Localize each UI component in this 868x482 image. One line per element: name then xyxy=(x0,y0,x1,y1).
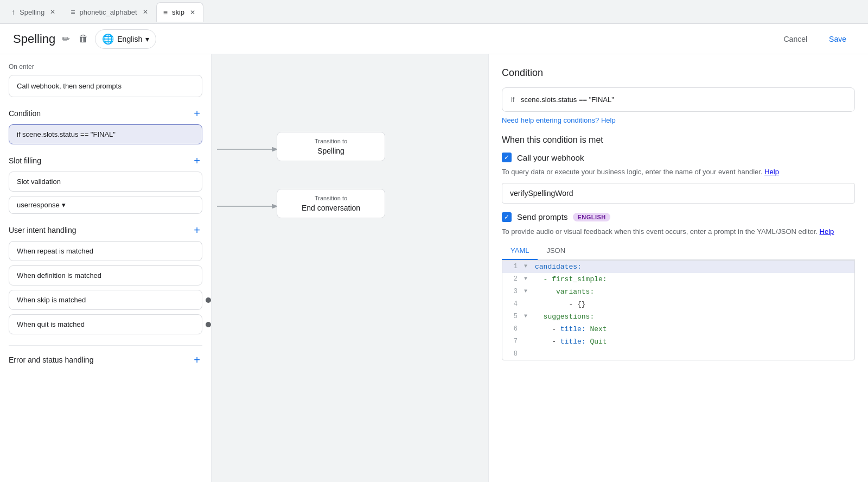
line-arrow-6 xyxy=(524,324,533,326)
line-arrow-2[interactable]: ▼ xyxy=(524,274,533,282)
right-panel: Condition if scene.slots.status == "FINA… xyxy=(488,54,868,482)
line-num-3: 3 xyxy=(502,287,524,295)
json-tab-button[interactable]: JSON xyxy=(538,242,574,260)
arrows-svg xyxy=(212,54,488,482)
code-line-2: 2 ▼ - first_simple: xyxy=(502,273,854,286)
language-selector[interactable]: 🌐 English ▾ xyxy=(95,29,156,49)
line-num-6: 6 xyxy=(502,324,524,333)
intent-definition-label: When definition is matched xyxy=(17,271,101,280)
code-editor: 1 ▼ candidates: 2 ▼ - first_simple: 3 ▼ … xyxy=(502,260,855,360)
condition-section-header: Condition + xyxy=(9,108,202,119)
add-condition-button[interactable]: + xyxy=(192,108,202,119)
tab-spelling[interactable]: ↑ Spelling ✕ xyxy=(4,2,63,22)
add-intent-button[interactable]: + xyxy=(192,225,202,236)
condition-section: Condition + if scene.slots.status == "FI… xyxy=(9,108,202,144)
line-num-1: 1 xyxy=(502,262,524,270)
skip-tab-close[interactable]: ✕ xyxy=(189,8,196,17)
yaml-tab-button[interactable]: YAML xyxy=(502,242,538,260)
code-content-4: - {} xyxy=(533,299,854,309)
code-line-1: 1 ▼ candidates: xyxy=(502,261,854,273)
slot-param-label: userresponse xyxy=(17,201,60,209)
phonetic-tab-icon: ≡ xyxy=(71,8,75,16)
code-content-6: - title: Next xyxy=(533,324,854,334)
condition-help-link[interactable]: Need help entering conditions? Help xyxy=(502,116,855,124)
line-arrow-3[interactable]: ▼ xyxy=(524,287,533,294)
line-arrow-1[interactable]: ▼ xyxy=(524,262,533,269)
line-num-8: 8 xyxy=(502,349,524,358)
line-num-5: 5 xyxy=(502,312,524,320)
help-anchor[interactable]: Help xyxy=(601,116,616,124)
code-content-7: - title: Quit xyxy=(533,337,854,347)
on-enter-card[interactable]: Call webhook, then send prompts xyxy=(9,75,202,97)
spelling-tab-close[interactable]: ✕ xyxy=(49,7,56,17)
intent-skip[interactable]: When skip is matched xyxy=(9,290,202,310)
user-intent-title: User intent handling xyxy=(9,226,76,234)
save-button[interactable]: Save xyxy=(820,30,855,48)
if-label: if xyxy=(511,96,514,104)
help-prefix-text: Need help entering conditions? xyxy=(502,116,599,124)
slot-filling-section: Slot filling + Slot validation userrespo… xyxy=(9,155,202,214)
line-arrow-5[interactable]: ▼ xyxy=(524,312,533,319)
line-arrow-8 xyxy=(524,349,533,351)
error-section: Error and status handling + xyxy=(9,345,202,365)
right-condition-box: if scene.slots.status == "FINAL" xyxy=(502,87,855,112)
add-slot-button[interactable]: + xyxy=(192,155,202,166)
slot-param-dropdown[interactable]: userresponse ▾ xyxy=(9,196,202,214)
add-error-button[interactable]: + xyxy=(192,354,202,365)
line-arrow-4 xyxy=(524,299,533,301)
code-content-2: - first_simple: xyxy=(533,274,854,284)
intent-quit-label: When quit is matched xyxy=(17,320,85,328)
on-enter-label: On enter xyxy=(9,63,202,71)
skip-connector-dot xyxy=(205,296,212,304)
transition-endconv-label: Transition to xyxy=(288,195,374,201)
condition-expr: scene.slots.status == "FINAL" xyxy=(521,96,614,104)
left-panel: On enter Call webhook, then send prompts… xyxy=(0,54,212,482)
webhook-help-link[interactable]: Help xyxy=(764,168,779,176)
transition-endconv[interactable]: Transition to End conversation xyxy=(277,189,385,218)
code-line-5: 5 ▼ suggestions: xyxy=(502,310,854,323)
webhook-input[interactable] xyxy=(502,183,855,204)
user-intent-section: User intent handling + When repeat is ma… xyxy=(9,225,202,334)
intent-definition[interactable]: When definition is matched xyxy=(9,265,202,286)
line-num-2: 2 xyxy=(502,274,524,283)
send-prompts-checkbox-row: Send prompts ENGLISH xyxy=(502,212,855,222)
phonetic-tab-label: phonetic_alphabet xyxy=(79,8,137,16)
intent-repeat[interactable]: When repeat is matched xyxy=(9,241,202,261)
webhook-checkbox[interactable] xyxy=(502,153,512,162)
transition-spelling-target: Spelling xyxy=(288,147,374,155)
skip-tab-label: skip xyxy=(172,8,184,16)
cancel-button[interactable]: Cancel xyxy=(775,30,816,48)
intent-quit[interactable]: When quit is matched xyxy=(9,314,202,334)
header-left: Spelling ✏ 🗑 🌐 English ▾ xyxy=(13,29,156,49)
quit-connector-dot xyxy=(205,321,212,328)
tab-skip[interactable]: ≡ skip ✕ xyxy=(156,2,203,22)
slot-param-arrow: ▾ xyxy=(62,201,66,209)
tab-phonetic[interactable]: ≡ phonetic_alphabet ✕ xyxy=(63,2,156,22)
transition-spelling[interactable]: Transition to Spelling xyxy=(277,132,385,161)
edit-title-button[interactable]: ✏ xyxy=(60,31,72,47)
send-prompts-label: Send prompts xyxy=(517,212,567,221)
yaml-json-tabs: YAML JSON xyxy=(502,242,855,260)
code-line-6: 6 - title: Next xyxy=(502,323,854,335)
middle-panel: Transition to Spelling Transition to End… xyxy=(212,54,488,482)
spelling-tab-label: Spelling xyxy=(20,8,44,16)
send-prompts-desc: To provide audio or visual feedback when… xyxy=(502,226,855,237)
intent-repeat-label: When repeat is matched xyxy=(17,247,93,255)
send-prompts-checkbox[interactable] xyxy=(502,212,512,222)
phonetic-tab-close[interactable]: ✕ xyxy=(142,7,149,17)
error-section-header: Error and status handling + xyxy=(9,354,202,365)
slot-validation-card[interactable]: Slot validation xyxy=(9,172,202,192)
send-prompts-help-link[interactable]: Help xyxy=(820,227,834,236)
intent-skip-label: When skip is matched xyxy=(17,296,86,304)
when-met-title: When this condition is met xyxy=(502,135,855,145)
header: Spelling ✏ 🗑 🌐 English ▾ Cancel Save xyxy=(0,24,868,54)
condition-card[interactable]: if scene.slots.status == "FINAL" xyxy=(9,124,202,144)
transition-spelling-label: Transition to xyxy=(288,138,374,144)
globe-icon: 🌐 xyxy=(102,33,114,45)
delete-button[interactable]: 🗑 xyxy=(76,31,91,47)
chevron-down-icon: ▾ xyxy=(145,35,149,43)
skip-tab-icon: ≡ xyxy=(163,8,168,17)
user-intent-header: User intent handling + xyxy=(9,225,202,236)
on-enter-section: On enter Call webhook, then send prompts xyxy=(9,63,202,97)
code-content-8 xyxy=(533,349,854,351)
